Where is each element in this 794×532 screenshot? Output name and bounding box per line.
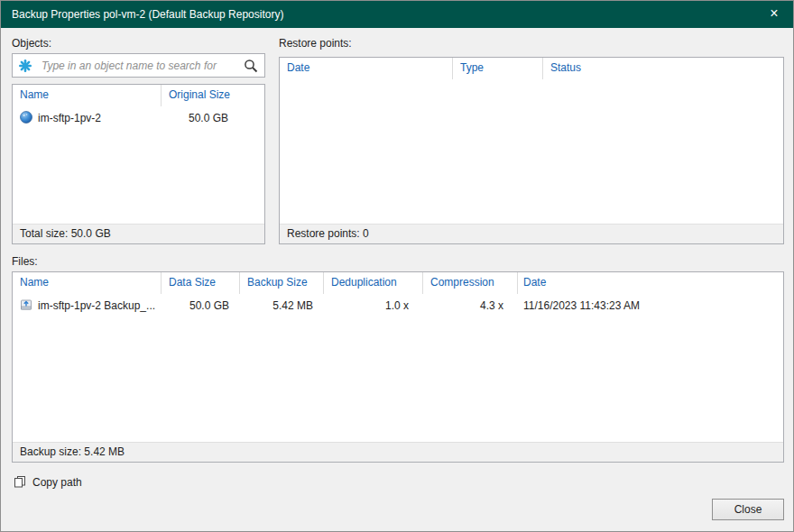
column-header-compression[interactable]: Compression bbox=[423, 272, 518, 294]
column-header-type[interactable]: Type bbox=[453, 58, 543, 79]
restore-points-section-label: Restore points: bbox=[279, 37, 352, 50]
objects-table-header: Name Original Size bbox=[13, 85, 264, 106]
table-row[interactable]: im-sftp-1pv-2 Backup_... 50.0 GB 5.42 MB… bbox=[13, 294, 783, 317]
restore-points-table-header: Date Type Status bbox=[280, 58, 783, 79]
restore-points-count: Restore points: 0 bbox=[280, 224, 783, 243]
close-button[interactable]: Close bbox=[712, 499, 784, 520]
veeam-asterisk-icon bbox=[13, 59, 38, 73]
copy-path-label: Copy path bbox=[32, 476, 82, 489]
object-original-size: 50.0 GB bbox=[162, 112, 264, 124]
copy-pages-icon bbox=[14, 475, 26, 491]
window-title: Backup Properties pol-vm-2 (Default Back… bbox=[1, 8, 283, 21]
files-table: Name Data Size Backup Size Deduplication… bbox=[12, 271, 784, 463]
column-header-original-size[interactable]: Original Size bbox=[162, 85, 264, 106]
file-backup-size: 5.42 MB bbox=[240, 299, 324, 312]
column-header-backup-size[interactable]: Backup Size bbox=[240, 272, 324, 294]
restore-points-table: Date Type Status Restore points: 0 bbox=[279, 57, 784, 244]
file-compression: 4.3 x bbox=[423, 299, 518, 312]
object-search-input[interactable] bbox=[38, 54, 237, 77]
file-deduplication: 1.0 x bbox=[324, 299, 423, 312]
column-header-deduplication[interactable]: Deduplication bbox=[324, 272, 423, 294]
close-icon[interactable]: × bbox=[755, 1, 793, 28]
backup-properties-dialog: Backup Properties pol-vm-2 (Default Back… bbox=[0, 0, 794, 532]
column-header-status[interactable]: Status bbox=[543, 58, 783, 79]
objects-table: Name Original Size bbox=[12, 84, 265, 244]
backup-file-icon bbox=[19, 298, 33, 315]
file-data-size: 50.0 GB bbox=[162, 299, 240, 312]
copy-path-button[interactable]: Copy path bbox=[14, 473, 82, 491]
object-search-box bbox=[12, 53, 265, 78]
table-row[interactable]: im-sftp-1pv-2 50.0 GB bbox=[13, 106, 264, 130]
objects-section-label: Objects: bbox=[12, 37, 51, 50]
object-name: im-sftp-1pv-2 bbox=[38, 112, 101, 124]
column-header-date[interactable]: Date bbox=[280, 58, 453, 79]
column-header-date[interactable]: Date bbox=[518, 272, 783, 294]
objects-total-size: Total size: 50.0 GB bbox=[13, 224, 264, 243]
column-header-data-size[interactable]: Data Size bbox=[162, 272, 240, 294]
file-date: 11/16/2023 11:43:23 AM bbox=[518, 299, 783, 312]
search-icon[interactable] bbox=[237, 59, 264, 73]
column-header-name[interactable]: Name bbox=[13, 272, 162, 294]
vm-sphere-icon bbox=[19, 110, 33, 127]
files-section-label: Files: bbox=[12, 255, 38, 268]
files-backup-size: Backup size: 5.42 MB bbox=[13, 442, 783, 462]
file-name: im-sftp-1pv-2 Backup_... bbox=[38, 299, 155, 312]
column-header-name[interactable]: Name bbox=[13, 85, 162, 106]
files-table-header: Name Data Size Backup Size Deduplication… bbox=[13, 272, 783, 294]
titlebar: Backup Properties pol-vm-2 (Default Back… bbox=[1, 1, 793, 28]
